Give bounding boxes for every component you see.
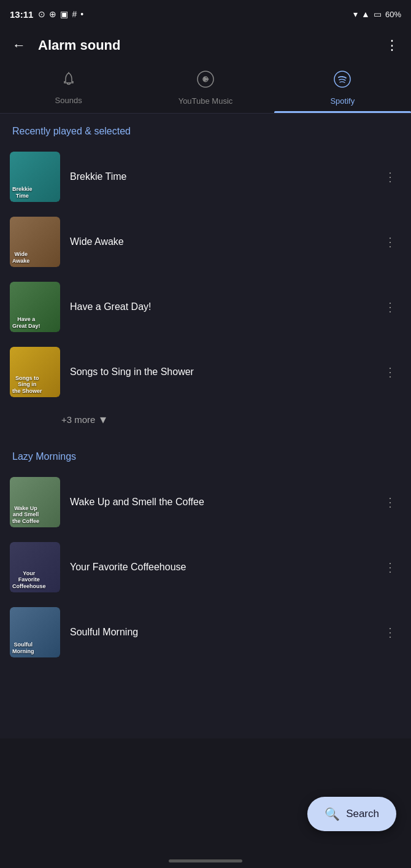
message-icon: ▣ — [60, 9, 68, 19]
header-left: ← Alarm sound — [10, 35, 120, 56]
tab-youtube-label: YouTube Music — [179, 96, 233, 106]
header: ← Alarm sound ⋮ — [0, 27, 411, 64]
status-bar: 13:11 ⊙ ⊕ ▣ # • ▾ ▲ ▭ 60% — [0, 0, 411, 27]
home-indicator — [169, 859, 242, 862]
spotify-status-icon: ⊙ — [38, 9, 45, 19]
expand-more-button[interactable]: +3 more ▾ — [0, 405, 411, 439]
status-right: ▾ ▲ ▭ 60% — [353, 9, 401, 19]
tab-sounds-label: Sounds — [55, 96, 82, 105]
playlist-thumb-great-day: Have a Great Day! — [10, 282, 60, 332]
playlist-item-wide-awake[interactable]: Wide Awake Wide Awake ⋮ — [0, 209, 411, 274]
tab-spotify-label: Spotify — [330, 96, 355, 106]
signal-icon: ▲ — [361, 9, 370, 19]
playlist-item-coffeehouse[interactable]: Your Favorite Coffeehouse Your Favorite … — [0, 535, 411, 600]
playlist-item-brekkie-time[interactable]: Brekkie Time Brekkie Time ⋮ — [0, 144, 411, 209]
playlist-more-coffeehouse[interactable]: ⋮ — [379, 557, 401, 577]
playlist-thumb-shower: Songs to Sing in the Shower — [10, 347, 60, 397]
chevron-down-icon: ▾ — [100, 412, 106, 427]
battery-level: 60% — [385, 10, 401, 19]
status-time: 13:11 — [10, 9, 33, 20]
playlist-item-wake-coffee[interactable]: Wake Up and Smell the Coffee Wake Up and… — [0, 470, 411, 535]
playlist-item-shower[interactable]: Songs to Sing in the Shower Songs to Sin… — [0, 339, 411, 405]
plus-circle-icon: ⊕ — [49, 9, 56, 19]
spotify-icon — [333, 70, 351, 93]
back-button[interactable]: ← — [10, 35, 28, 56]
grid-icon: # — [72, 9, 77, 19]
playlist-title-wide-awake: Wide Awake — [70, 236, 369, 247]
svg-marker-3 — [204, 77, 209, 82]
tab-active-indicator — [274, 111, 411, 113]
playlist-more-wide-awake[interactable]: ⋮ — [379, 232, 401, 252]
playlist-thumb-soulful: Soulful Morning — [10, 607, 60, 657]
playlist-thumb-wide-awake: Wide Awake — [10, 217, 60, 267]
playlist-thumb-brekkie: Brekkie Time — [10, 152, 60, 202]
search-fab-button[interactable]: 🔍 Search — [307, 797, 396, 831]
playlist-title-soulful: Soulful Morning — [70, 627, 369, 638]
section-heading-lazy-mornings: Lazy Mornings — [0, 439, 411, 470]
search-fab-label: Search — [346, 808, 379, 820]
tabs: Sounds YouTube Music Spotify — [0, 64, 411, 114]
bottom-bar — [0, 853, 411, 868]
playlist-more-great-day[interactable]: ⋮ — [379, 297, 401, 317]
tab-sounds[interactable]: Sounds — [0, 64, 137, 112]
page-title: Alarm sound — [38, 37, 120, 53]
wifi-icon: ▾ — [353, 9, 358, 19]
search-fab-icon: 🔍 — [325, 807, 340, 821]
playlist-item-great-day[interactable]: Have a Great Day! Have a Great Day! ⋮ — [0, 274, 411, 339]
playlist-thumb-wake-coffee: Wake Up and Smell the Coffee — [10, 477, 60, 527]
playlist-title-great-day: Have a Great Day! — [70, 301, 369, 312]
playlist-thumb-coffeehouse: Your Favorite Coffeehouse — [10, 542, 60, 592]
more-options-button[interactable]: ⋮ — [383, 35, 401, 56]
playlist-more-soulful[interactable]: ⋮ — [379, 622, 401, 642]
playlist-title-wake-coffee: Wake Up and Smell the Coffee — [70, 497, 369, 508]
tab-spotify[interactable]: Spotify — [274, 64, 411, 113]
content: Recently played & selected Brekkie Time … — [0, 114, 411, 738]
status-icons: ⊙ ⊕ ▣ # • — [38, 9, 83, 19]
battery-icon: ▭ — [374, 9, 382, 19]
playlist-more-wake-coffee[interactable]: ⋮ — [379, 492, 401, 512]
expand-more-label: +3 more — [61, 414, 95, 425]
playlist-more-shower[interactable]: ⋮ — [379, 362, 401, 382]
playlist-title-coffeehouse: Your Favorite Coffeehouse — [70, 562, 369, 573]
playlist-title-brekkie: Brekkie Time — [70, 171, 369, 182]
playlist-item-soulful[interactable]: Soulful Morning Soulful Morning ⋮ — [0, 600, 411, 665]
playlist-title-shower: Songs to Sing in the Shower — [70, 366, 369, 378]
youtube-music-icon — [196, 70, 215, 93]
bell-icon — [60, 71, 77, 92]
status-left: 13:11 ⊙ ⊕ ▣ # • — [10, 9, 83, 20]
dot-icon: • — [80, 9, 83, 19]
section-heading-recently-played: Recently played & selected — [0, 114, 411, 144]
playlist-more-brekkie[interactable]: ⋮ — [379, 167, 401, 187]
tab-youtube[interactable]: YouTube Music — [137, 64, 274, 113]
